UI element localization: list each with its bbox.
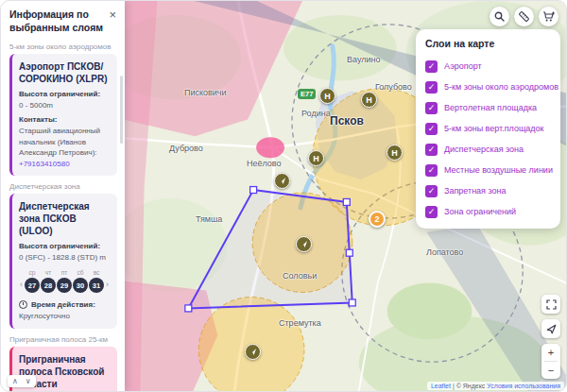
fullscreen-icon xyxy=(546,299,557,310)
helipad-marker[interactable]: H xyxy=(319,88,335,104)
active-time-row: Время действия: xyxy=(19,300,111,309)
map-label-dubrovo: Дуброво xyxy=(169,144,203,153)
map-label-golubovo: Голубово xyxy=(375,82,412,92)
helipad-marker[interactable]: H xyxy=(361,92,377,108)
map-label-neyolovo: Неёлово xyxy=(247,159,282,168)
scroll-down-icon[interactable]: ∨ xyxy=(23,376,34,386)
measure-ruler-button[interactable] xyxy=(514,7,534,26)
day-pill[interactable]: пт 29 xyxy=(57,269,72,293)
layer-label: Вертолетная площадка xyxy=(444,103,537,112)
helipad-letter: H xyxy=(366,95,372,105)
ctr-info-card[interactable]: Диспетчерская зона ПСКОВ (ULOO) Высота о… xyxy=(9,194,117,329)
day-number: 27 xyxy=(25,278,40,293)
terms-link[interactable]: Условия использования xyxy=(487,383,560,389)
map-label-lopatovo: Лопатово xyxy=(426,247,463,257)
check-glyph: ✓ xyxy=(428,103,436,112)
leaflet-link[interactable]: Leaflet xyxy=(431,383,451,389)
map-application-window: Писковичи Ваулино Голубово Родина Псков … xyxy=(0,0,567,392)
zoom-in-button[interactable]: + xyxy=(541,344,560,361)
layer-label: Аэропорт xyxy=(444,61,482,71)
day-of-week: сб xyxy=(77,269,84,276)
map-toolbar xyxy=(490,7,558,26)
checkbox-checked-icon: ✓ xyxy=(425,185,438,197)
checkbox-checked-icon: ✓ xyxy=(425,60,438,73)
helipad-letter: H xyxy=(324,92,331,101)
aircraft-marker[interactable] xyxy=(274,173,290,189)
check-glyph: ✓ xyxy=(428,124,436,133)
layer-toggle-airport-5km-zones[interactable]: ✓ 5-км зоны около аэродромов xyxy=(425,77,551,97)
map-label-tyamsha: Тямша xyxy=(196,214,222,224)
panel-scroll-controls: ∧ ∨ xyxy=(8,375,36,387)
close-icon[interactable]: × xyxy=(107,9,118,21)
fullscreen-button[interactable] xyxy=(541,295,560,314)
contacts-label: Контакты: xyxy=(19,115,111,124)
contact-name: Старший авиационный начальник (Иванов Ал… xyxy=(19,126,111,158)
airport-card-title: Аэропорт ПСКОВ/СОРОКИНО (XLPR) xyxy=(19,60,111,85)
info-panel-body: 5-км зоны около аэродромов Аэропорт ПСКО… xyxy=(1,36,125,391)
marker-cluster-badge[interactable]: 2 xyxy=(369,211,386,228)
section-label-ctr: Диспетчерская зона xyxy=(9,182,117,191)
layer-toggle-restriction-zone[interactable]: ✓ Зона ограничений xyxy=(425,201,551,222)
layer-toggle-airport[interactable]: ✓ Аэропорт xyxy=(425,56,551,77)
map-label-piskovichi: Писковичи xyxy=(184,88,227,97)
day-number: 30 xyxy=(73,278,88,293)
locate-button[interactable] xyxy=(541,319,560,338)
plane-icon xyxy=(278,177,286,185)
map-label-solovyi: Соловьи xyxy=(283,271,317,281)
navigation-arrow-icon xyxy=(546,324,557,334)
zoom-control: + − xyxy=(541,344,560,379)
contact-phone-link[interactable]: +79163410580 xyxy=(19,160,111,168)
layer-toggle-ctr[interactable]: ✓ Диспетчерская зона xyxy=(425,139,551,160)
day-pill[interactable]: сб 30 xyxy=(73,269,88,293)
layer-label: 5-км зоны верт.площадок xyxy=(444,124,544,133)
day-number: 28 xyxy=(41,278,56,293)
helipad-letter: H xyxy=(391,148,398,158)
road-badge-e77: Е77 xyxy=(298,89,316,99)
layer-toggle-prohibited-zone[interactable]: ✓ Запретная зона xyxy=(425,180,551,201)
day-pill[interactable]: чт 28 xyxy=(41,269,56,293)
layer-toggle-helipad-5km-zones[interactable]: ✓ 5-км зоны верт.площадок xyxy=(425,118,551,139)
active-time-value: Круглосуточно xyxy=(19,311,111,321)
info-panel-header: Информация по выбранным слоям × xyxy=(1,1,125,36)
scroll-up-icon[interactable]: ∧ xyxy=(9,376,21,386)
search-icon xyxy=(494,11,505,22)
section-label-border-strip: Приграничная полоса 25-км xyxy=(9,335,117,344)
plane-icon xyxy=(249,348,257,356)
airport-info-card[interactable]: Аэропорт ПСКОВ/СОРОКИНО (XLPR) Высота ог… xyxy=(9,54,117,176)
cart-icon xyxy=(542,11,555,23)
height-limit-label: Высота ограничений: xyxy=(19,242,111,250)
day-of-week: чт xyxy=(45,269,51,276)
plane-icon xyxy=(300,240,308,248)
layer-toggle-helipad[interactable]: ✓ Вертолетная площадка xyxy=(425,97,551,118)
info-panel-title: Информация по выбранным слоям xyxy=(9,9,104,34)
height-limit-value: 0 - 5000m xyxy=(19,100,111,111)
height-limit-label: Высота ограничений: xyxy=(19,90,111,98)
ctr-card-title: Диспетчерская зона ПСКОВ (ULOO) xyxy=(19,200,111,237)
layer-toggle-local-airways[interactable]: ✓ Местные воздушные линии xyxy=(425,160,551,180)
aircraft-marker[interactable] xyxy=(296,236,312,252)
search-button[interactable] xyxy=(490,7,509,26)
cart-add-button[interactable] xyxy=(539,7,558,26)
check-glyph: ✓ xyxy=(428,61,436,71)
zoom-out-button[interactable]: − xyxy=(541,362,560,379)
check-glyph: ✓ xyxy=(428,207,436,216)
day-of-week: ср xyxy=(29,269,36,276)
helipad-marker[interactable]: H xyxy=(308,150,324,166)
checkbox-checked-icon: ✓ xyxy=(425,206,438,218)
prohibited-small-zone xyxy=(256,137,284,158)
prev-days-icon[interactable]: ‹ xyxy=(19,280,24,293)
next-days-icon[interactable]: › xyxy=(105,280,110,293)
aircraft-marker[interactable] xyxy=(245,344,261,360)
day-pill[interactable]: ср 27 xyxy=(25,269,40,293)
active-time-label: Время действия: xyxy=(31,300,95,309)
panel-scrollbar[interactable] xyxy=(120,76,123,144)
check-glyph: ✓ xyxy=(428,145,436,154)
checkbox-checked-icon: ✓ xyxy=(425,81,438,94)
helipad-marker[interactable]: H xyxy=(387,145,403,161)
checkbox-checked-icon: ✓ xyxy=(425,164,438,177)
clock-icon xyxy=(19,300,27,309)
section-label-airport-zones: 5-км зоны около аэродромов xyxy=(9,43,117,51)
day-pill[interactable]: вс 31 xyxy=(89,269,104,293)
ruler-icon xyxy=(518,10,530,23)
layer-label: Зона ограничений xyxy=(444,207,516,216)
